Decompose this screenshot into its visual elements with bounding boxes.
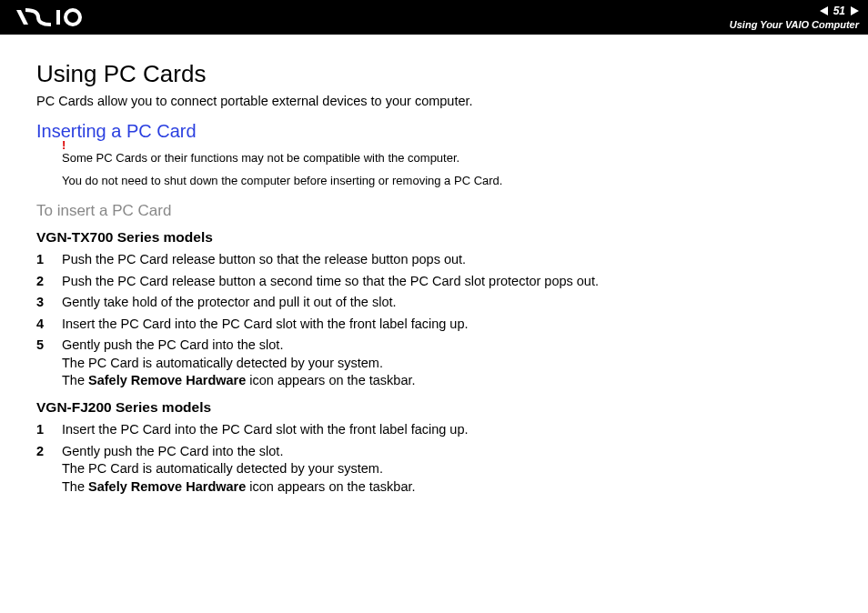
list-item: 4Insert the PC Card into the PC Card slo…: [36, 316, 832, 334]
prev-page-arrow-icon[interactable]: [820, 6, 828, 15]
note-line-1: Some PC Cards or their functions may not…: [62, 151, 832, 165]
step-text: The: [62, 479, 88, 494]
step-text: Gently push the PC Card into the slot.: [62, 337, 283, 352]
note-block: ! Some PC Cards or their functions may n…: [62, 151, 832, 187]
step-bold: Safely Remove Hardware: [88, 479, 246, 494]
header-bar: 51 Using Your VAIO Computer: [0, 0, 868, 35]
next-page-arrow-icon[interactable]: [851, 6, 859, 15]
step-text: Gently push the PC Card into the slot.: [62, 444, 283, 458]
intro-text: PC Cards allow you to connect portable e…: [36, 94, 832, 108]
step-text: The: [62, 373, 88, 387]
page-nav: 51: [820, 5, 859, 17]
step-text: Push the PC Card release button a second…: [62, 274, 599, 288]
page-title: Using PC Cards: [36, 60, 832, 88]
list-item: 5 Gently push the PC Card into the slot.…: [36, 337, 832, 390]
note-line-2: You do not need to shut down the compute…: [62, 174, 832, 187]
step-text: The PC Card is automatically detected by…: [62, 356, 383, 370]
step-text: The PC Card is automatically detected by…: [62, 461, 383, 476]
step-text: Insert the PC Card into the PC Card slot…: [62, 422, 469, 437]
step-text: Insert the PC Card into the PC Card slot…: [62, 317, 469, 331]
step-text: Gently take hold of the protector and pu…: [62, 295, 397, 309]
series2-steps: 1Insert the PC Card into the PC Card slo…: [36, 421, 832, 496]
list-item: 1Insert the PC Card into the PC Card slo…: [36, 421, 832, 439]
header-right: 51 Using Your VAIO Computer: [730, 5, 859, 30]
step-text: icon appears on the taskbar.: [246, 373, 415, 387]
procedure-heading: To insert a PC Card: [36, 202, 832, 220]
header-section-title: Using Your VAIO Computer: [730, 19, 859, 30]
step-text: icon appears on the taskbar.: [246, 479, 415, 494]
step-text: Push the PC Card release button so that …: [62, 252, 466, 266]
step-bold: Safely Remove Hardware: [88, 373, 246, 387]
series1-heading: VGN-TX700 Series models: [36, 229, 832, 246]
list-item: 3Gently take hold of the protector and p…: [36, 294, 832, 312]
series2-heading: VGN-FJ200 Series models: [36, 399, 832, 416]
list-item: 1Push the PC Card release button so that…: [36, 251, 832, 269]
svg-point-1: [66, 10, 80, 25]
warning-icon: !: [62, 138, 66, 152]
vaio-logo: [16, 8, 98, 26]
page-number: 51: [833, 5, 845, 17]
list-item: 2Push the PC Card release button a secon…: [36, 273, 832, 291]
svg-rect-0: [56, 10, 60, 25]
list-item: 2 Gently push the PC Card into the slot.…: [36, 443, 832, 497]
series1-steps: 1Push the PC Card release button so that…: [36, 251, 832, 390]
section-heading: Inserting a PC Card: [36, 121, 832, 142]
page-content: Using PC Cards PC Cards allow you to con…: [0, 35, 868, 523]
